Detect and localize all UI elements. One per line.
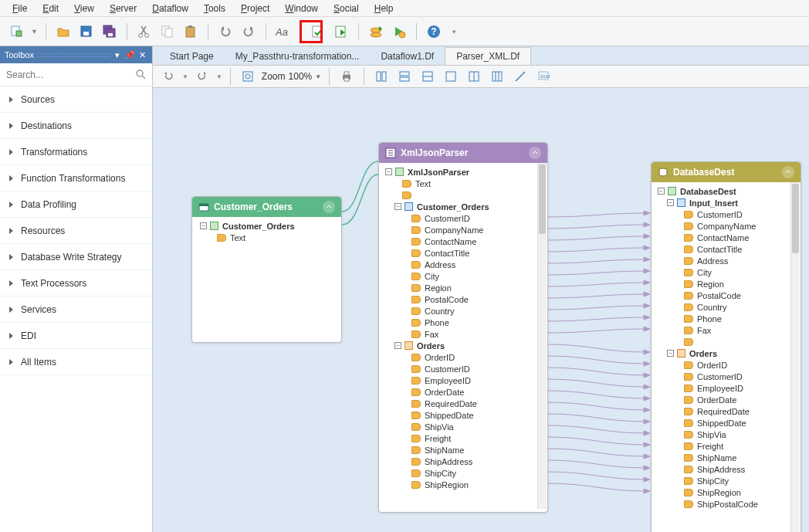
font-icon[interactable]: Aa (274, 22, 293, 41)
field-icon (217, 234, 226, 242)
chevron-right-icon (9, 359, 13, 365)
redo-icon[interactable] (239, 22, 258, 41)
node-header[interactable]: Customer_Orders (192, 197, 341, 217)
menu-social[interactable]: Social (326, 2, 367, 15)
toolbox-category[interactable]: Transformations (0, 139, 152, 165)
paste-icon[interactable] (181, 22, 200, 41)
document-tab[interactable]: My_Passthru-transformation... (225, 48, 371, 65)
preview-icon[interactable] (332, 22, 350, 41)
scrollbar[interactable] (790, 182, 800, 532)
document-tab[interactable]: Parser_XML.Df (445, 47, 531, 65)
toolbox-pin-icon[interactable]: 📌 (124, 50, 135, 60)
collapse-icon[interactable]: − (658, 188, 665, 195)
toolbox-category[interactable]: All Items (0, 349, 152, 375)
new-project-icon[interactable] (8, 22, 26, 41)
field-icon (402, 180, 411, 188)
copy-icon[interactable] (158, 22, 177, 41)
document-tab[interactable]: Dataflow1.Df (370, 48, 445, 65)
menu-window[interactable]: Window (277, 2, 326, 15)
menu-server[interactable]: Server (102, 2, 144, 15)
node-customer-orders[interactable]: Customer_Orders −Customer_Orders Text (191, 196, 342, 343)
expand-icon[interactable] (782, 166, 794, 178)
layout2-icon[interactable] (395, 67, 414, 86)
deploy-icon[interactable] (367, 22, 385, 41)
expand-icon[interactable] (323, 201, 335, 213)
svg-rect-25 (344, 72, 349, 75)
canvas-undo-icon[interactable] (159, 67, 178, 86)
node-databasedest[interactable]: DatabaseDest −DatabaseDest−Input_InsertC… (651, 161, 801, 532)
field-icon (684, 466, 693, 473)
menu-dataflow[interactable]: Dataflow (144, 2, 196, 15)
fit-icon[interactable] (239, 67, 257, 86)
search-icon[interactable] (135, 69, 147, 81)
collapse-icon[interactable]: − (667, 199, 674, 206)
field-icon (411, 446, 421, 454)
field-icon (684, 408, 693, 415)
field-icon (684, 246, 693, 253)
toolbox-header: Toolbox ::::::::::::::::::::::::::: ▾ 📌 … (0, 46, 152, 63)
layout3-icon[interactable] (418, 67, 437, 86)
menu-project[interactable]: Project (233, 2, 277, 15)
toolbox-category[interactable]: Sources (0, 86, 152, 113)
open-icon[interactable] (54, 22, 73, 41)
print-icon[interactable] (337, 67, 356, 86)
parser-icon (385, 147, 396, 158)
document-tab[interactable]: Start Page (159, 48, 225, 65)
help-icon[interactable]: ? (425, 22, 443, 41)
toolbox-search-input[interactable] (5, 69, 135, 81)
menu-help[interactable]: Help (367, 2, 401, 15)
zoom-control[interactable]: Zoom 100% ▼ (262, 71, 321, 82)
svg-rect-11 (186, 27, 195, 37)
save-all-icon[interactable] (100, 22, 119, 41)
svg-point-23 (245, 74, 250, 79)
undo-icon[interactable] (216, 22, 235, 41)
canvas-redo-icon[interactable] (193, 67, 212, 86)
svg-point-21 (137, 70, 143, 76)
toolbox-category[interactable]: Data Profiling (0, 191, 152, 218)
collapse-icon[interactable]: − (200, 222, 207, 229)
toolbox-close-icon[interactable]: ✕ (137, 50, 147, 60)
chevron-right-icon (9, 333, 13, 339)
chevron-right-icon (9, 307, 13, 313)
layout4-icon[interactable] (442, 67, 460, 86)
layout6-icon[interactable] (488, 67, 506, 86)
validate-icon[interactable] (309, 22, 327, 41)
field-icon (684, 396, 693, 404)
group-icon (677, 198, 685, 207)
node-xmljsonparser[interactable]: XmlJsonParser −XmlJsonParserText−Custome… (378, 142, 548, 513)
toolbox-category[interactable]: Services (0, 296, 152, 323)
toolbox-menu-icon[interactable]: ▾ (112, 50, 123, 60)
svg-rect-3 (83, 32, 89, 36)
scrollbar[interactable] (537, 163, 547, 509)
field-icon (411, 238, 421, 246)
cut-icon[interactable] (135, 22, 154, 41)
svg-point-18 (399, 32, 405, 38)
collapse-icon[interactable]: − (385, 168, 392, 175)
menu-view[interactable]: View (66, 2, 102, 15)
toolbox-category[interactable]: Text Processors (0, 270, 152, 296)
toolbox-category[interactable]: Database Write Strategy (0, 244, 152, 270)
toolbox-category[interactable]: Destinations (0, 113, 152, 139)
node-header[interactable]: DatabaseDest (652, 162, 801, 182)
menu-tools[interactable]: Tools (196, 2, 233, 15)
toolbox-category[interactable]: EDI (0, 323, 152, 349)
line-icon[interactable] (511, 67, 530, 86)
menu-edit[interactable]: Edit (35, 2, 66, 15)
collapse-icon[interactable]: − (394, 342, 401, 349)
main-toolbar: ▼ Aa ? ▾ (0, 17, 809, 46)
menu-file[interactable]: File (5, 2, 35, 15)
layout5-icon[interactable] (465, 67, 483, 86)
field-icon (684, 477, 693, 485)
field-icon (411, 481, 421, 489)
toolbox-category[interactable]: Resources (0, 218, 152, 244)
run-icon[interactable] (390, 22, 408, 41)
dataflow-canvas[interactable]: Customer_Orders −Customer_Orders Text Xm… (153, 88, 809, 532)
layout1-icon[interactable] (372, 67, 391, 86)
node-header[interactable]: XmlJsonParser (379, 143, 547, 163)
collapse-icon[interactable]: − (394, 203, 401, 210)
toolbox-category[interactable]: Function Transformations (0, 165, 152, 191)
save-icon[interactable] (77, 22, 96, 41)
grid-icon[interactable]: 0101 (534, 67, 553, 86)
expand-icon[interactable] (529, 147, 541, 159)
collapse-icon[interactable]: − (667, 350, 674, 357)
